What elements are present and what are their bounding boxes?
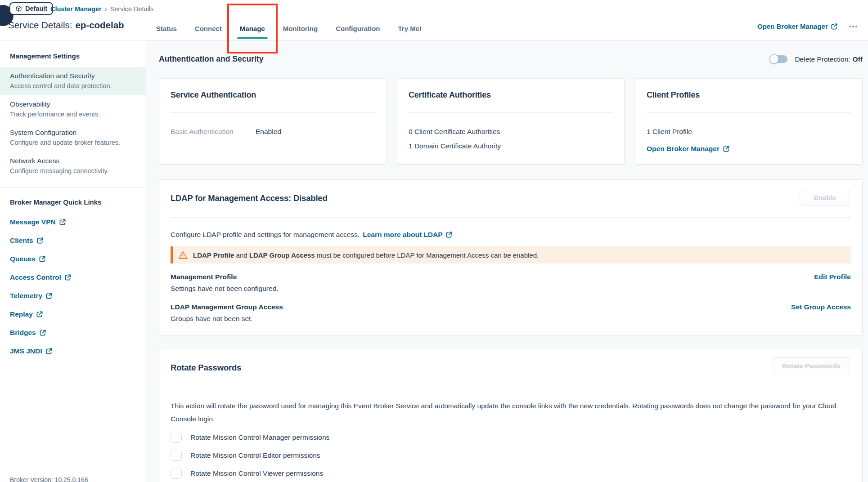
basic-authentication-value: Enabled [256, 128, 281, 136]
header-actions: Open Broker Manager ••• [757, 21, 859, 32]
editor-permissions-checkbox[interactable] [171, 450, 182, 461]
management-profile-title: Management Profile [171, 273, 237, 281]
enable-button[interactable]: Enable [800, 190, 850, 205]
breadcrumb: Cluster Manager › Service Details [50, 5, 153, 13]
quick-link-jms-jndi[interactable]: JMS JNDI [10, 347, 136, 355]
ldap-management-access-card: Enable LDAP for Management Access: Disab… [159, 179, 863, 336]
set-group-access-link[interactable]: Set Group Access [791, 303, 851, 311]
tab-label: Connect [195, 25, 222, 32]
environment-badge[interactable]: Default [9, 2, 53, 15]
service-name: ep-codelab [75, 20, 124, 30]
management-profile-row: Management Profile Edit Profile [171, 273, 851, 281]
sidebar-item-title: Observability [10, 100, 136, 108]
tab-monitoring[interactable]: Monitoring [282, 18, 319, 39]
quick-link-access-control[interactable]: Access Control [10, 273, 136, 281]
tab-label: Monitoring [283, 25, 318, 32]
external-link-icon [37, 237, 43, 244]
quick-link-clients[interactable]: Clients [10, 236, 136, 245]
delete-protection-toggle[interactable] [770, 55, 787, 63]
warning-rest-text: must be configured before LDAP for Manag… [315, 251, 539, 259]
quick-link-message-vpn[interactable]: Message VPN [10, 218, 136, 226]
manager-permissions-checkbox[interactable] [171, 432, 182, 443]
ldap-group-access-row: LDAP Management Group Access Set Group A… [171, 303, 851, 311]
sidebar-divider [0, 187, 146, 187]
tab-connect[interactable]: Connect [194, 18, 223, 39]
card-title: Client Profiles [647, 90, 851, 100]
tab-try-me[interactable]: Try Me! [397, 18, 423, 39]
environment-badge-label: Default [25, 5, 47, 12]
breadcrumb-cluster-manager[interactable]: Cluster Manager [50, 5, 102, 13]
external-link-icon [36, 311, 43, 317]
quick-link-label: Telemetry [10, 291, 42, 300]
external-link-icon [46, 348, 52, 354]
warning-triangle-icon [178, 250, 188, 260]
delete-protection-value: Off [853, 55, 863, 63]
divider [171, 112, 375, 113]
client-profiles-card: Client Profiles 1 Client Profile Open Br… [635, 78, 863, 165]
quick-link-label: Replay [10, 310, 33, 318]
open-broker-manager-card-link[interactable]: Open Broker Manager [647, 145, 851, 153]
checkbox-label: Rotate Mission Control Viewer permission… [190, 469, 323, 478]
sidebar-item-network-access[interactable]: Network Access Configure messaging conne… [0, 152, 146, 180]
tab-bar: Status Connect Manage Monitoring Configu… [155, 18, 423, 39]
ldap-card-title: LDAP for Management Access: Disabled [171, 193, 851, 203]
service-details-page: Default Cluster Manager › Service Detail… [0, 0, 868, 482]
quick-link-label: JMS JNDI [10, 347, 42, 355]
sidebar-item-system-configuration[interactable]: System Configuration Configure and updat… [0, 124, 146, 152]
external-link-icon [39, 256, 45, 262]
sidebar-item-subtitle: Track performance and events. [10, 110, 136, 119]
sidebar-item-authentication-and-security[interactable]: Authentication and Security Access contr… [0, 67, 146, 95]
delete-protection-label: Delete Protection:Off [795, 55, 863, 63]
external-link-icon [723, 146, 729, 152]
viewer-permissions-checkbox[interactable] [171, 468, 182, 479]
open-broker-manager-label: Open Broker Manager [757, 22, 828, 30]
tab-manage[interactable]: Manage [239, 18, 266, 39]
client-profile-count: 1 Client Profile [647, 128, 851, 136]
rotate-passwords-description: This action will rotate the password use… [171, 399, 851, 425]
tab-label: Manage [240, 25, 265, 32]
card-title: Service Authentication [171, 90, 375, 100]
summary-cards: Service Authentication Basic Authenticat… [159, 78, 863, 165]
basic-authentication-row: Basic Authentication Enabled [171, 128, 375, 136]
external-link-icon [46, 293, 52, 299]
external-link-icon [59, 219, 66, 225]
sidebar-item-subtitle: Access control and data protection. [10, 82, 136, 90]
ldap-warning-banner: LDAP Profile and LDAP Group Access must … [171, 246, 851, 263]
learn-more-ldap-label: Learn more about LDAP [363, 231, 442, 239]
management-profile-status: Settings have not been configured. [171, 285, 851, 293]
rotate-passwords-title: Rotate Passwords [171, 363, 851, 373]
ldap-description-text: Configure LDAP profile and settings for … [171, 231, 360, 239]
tab-configuration[interactable]: Configuration [335, 18, 381, 39]
quick-link-queues[interactable]: Queues [10, 254, 136, 263]
quick-links-heading: Broker Manager Quick Links [10, 198, 136, 206]
tab-label: Try Me! [398, 25, 422, 32]
quick-link-label: Message VPN [10, 218, 56, 226]
quick-link-label: Access Control [10, 273, 61, 281]
delete-protection-control: Delete Protection:Off [770, 55, 863, 63]
external-link-icon [446, 232, 452, 238]
more-menu-button[interactable]: ••• [848, 21, 859, 32]
page-title: Service Details:ep-codelab [8, 20, 124, 31]
rotate-passwords-button[interactable]: Rotate Passwords [773, 357, 850, 374]
learn-more-ldap-link[interactable]: Learn more about LDAP [363, 231, 452, 239]
checkbox-row-manager-permissions: Rotate Mission Control Manager permissio… [171, 432, 851, 443]
ldap-description: Configure LDAP profile and settings for … [171, 231, 851, 239]
ldap-group-access-title: LDAP Management Group Access [171, 303, 283, 311]
quick-link-bridges[interactable]: Bridges [10, 328, 136, 337]
warning-bold-ldap-profile: LDAP Profile [193, 251, 234, 259]
divider [409, 112, 613, 113]
quick-link-replay[interactable]: Replay [10, 310, 136, 318]
tab-status[interactable]: Status [155, 18, 178, 39]
quick-link-telemetry[interactable]: Telemetry [10, 291, 136, 300]
sidebar: Management Settings Authentication and S… [0, 40, 146, 482]
sidebar-item-observability[interactable]: Observability Track performance and even… [0, 95, 146, 124]
divider [647, 112, 851, 113]
edit-profile-link[interactable]: Edit Profile [814, 273, 851, 281]
main-content: Authentication and Security Delete Prote… [146, 40, 868, 482]
page-title-label: Service Details: [8, 20, 72, 30]
tab-label: Status [156, 25, 177, 32]
management-settings-heading: Management Settings [10, 52, 136, 60]
open-broker-manager-link[interactable]: Open Broker Manager [757, 22, 837, 30]
section-heading: Authentication and Security [159, 54, 263, 64]
quick-link-label: Bridges [10, 328, 36, 337]
